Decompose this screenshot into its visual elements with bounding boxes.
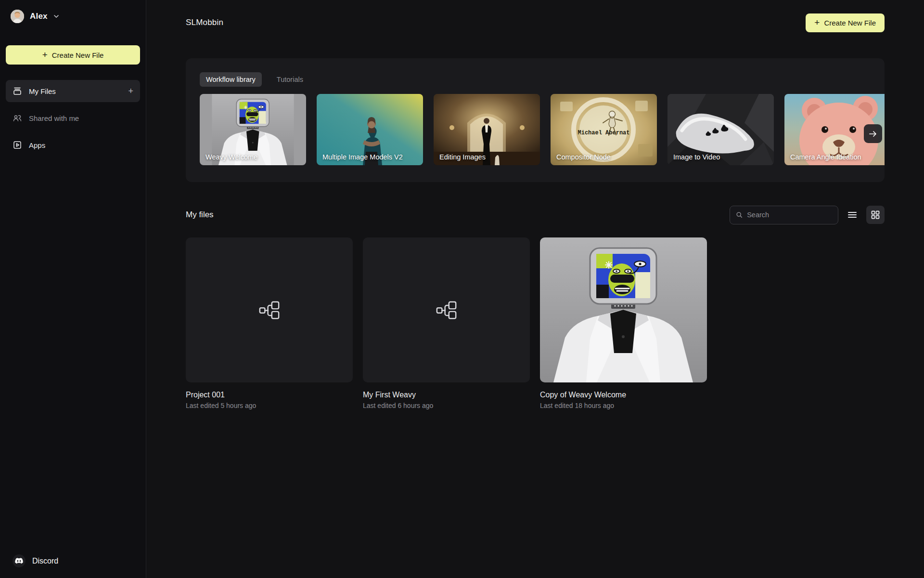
workflow-card-label: Weavy Welcome bbox=[205, 153, 257, 161]
file-grid: Project 001 Last edited 5 hours ago My F… bbox=[186, 237, 885, 409]
sidebar-item-apps[interactable]: Apps bbox=[6, 134, 140, 156]
plus-icon: + bbox=[814, 18, 820, 27]
workflow-placeholder-icon bbox=[436, 299, 458, 321]
workflow-card-label: Compositor Node bbox=[556, 153, 611, 161]
library-tabs: Workflow library Tutorials bbox=[200, 72, 885, 87]
chevron-down-icon bbox=[53, 13, 59, 19]
grid-view-button[interactable] bbox=[866, 206, 885, 224]
file-title: My First Weavy bbox=[363, 391, 530, 399]
grid-view-icon bbox=[871, 210, 880, 220]
file-card-copy-of-weavy-welcome[interactable]: Copy of Weavy Welcome Last edited 18 hou… bbox=[540, 237, 707, 409]
sidebar-item-label: Shared with me bbox=[29, 114, 79, 122]
people-icon bbox=[13, 113, 22, 123]
discord-label: Discord bbox=[32, 557, 58, 565]
sidebar-item-label: Apps bbox=[29, 141, 45, 149]
file-thumbnail bbox=[540, 237, 707, 382]
avatar bbox=[11, 10, 24, 23]
discord-icon bbox=[13, 554, 26, 567]
create-new-file-label: Create New File bbox=[52, 51, 104, 59]
discord-link[interactable]: Discord bbox=[0, 554, 146, 578]
workflow-card-weavy-welcome[interactable]: Weavy Welcome bbox=[200, 94, 306, 165]
create-new-file-button[interactable]: + Create New File bbox=[6, 45, 140, 65]
sidebar-item-label: My Files bbox=[29, 87, 56, 95]
file-edited-timestamp: Last edited 5 hours ago bbox=[186, 402, 353, 409]
files-toolbar bbox=[730, 206, 885, 224]
add-file-icon[interactable]: + bbox=[128, 87, 133, 95]
sidebar: Alex + Create New File My Files + bbox=[0, 0, 146, 578]
workflow-library-panel: Workflow library Tutorials Weavy Welcome bbox=[186, 58, 885, 182]
workflow-card-label: Camera Angle Ideation bbox=[790, 153, 861, 161]
file-thumbnail bbox=[186, 237, 353, 382]
workflow-card-label: Image to Video bbox=[673, 153, 720, 161]
file-title: Copy of Weavy Welcome bbox=[540, 391, 707, 399]
tab-tutorials[interactable]: Tutorials bbox=[270, 72, 309, 87]
sidebar-nav: My Files + Shared with me bbox=[0, 80, 146, 156]
file-thumbnail bbox=[363, 237, 530, 382]
main-content: SLMobbin + Create New File Workflow libr… bbox=[147, 0, 924, 578]
workflow-card-compositor-node[interactable]: Michael Abernat Compositor Node bbox=[551, 94, 657, 165]
apps-play-icon bbox=[13, 140, 22, 150]
file-card-my-first-weavy[interactable]: My First Weavy Last edited 6 hours ago bbox=[363, 237, 530, 409]
search-input[interactable] bbox=[747, 211, 832, 219]
topbar: SLMobbin + Create New File bbox=[186, 0, 885, 41]
workflow-card-multiple-image-models[interactable]: Multiple Image Models V2 bbox=[317, 94, 423, 165]
workflow-placeholder-icon bbox=[258, 299, 281, 321]
user-menu[interactable]: Alex bbox=[0, 0, 146, 33]
search-box[interactable] bbox=[730, 206, 838, 224]
workflow-carousel: Weavy Welcome bbox=[200, 94, 885, 165]
create-new-file-label: Create New File bbox=[824, 19, 876, 27]
list-view-icon bbox=[847, 210, 858, 220]
list-view-button[interactable] bbox=[843, 206, 861, 224]
page-title: SLMobbin bbox=[186, 18, 223, 27]
workflow-card-label: Multiple Image Models V2 bbox=[322, 153, 403, 161]
search-icon bbox=[736, 211, 743, 219]
file-edited-timestamp: Last edited 18 hours ago bbox=[540, 402, 707, 409]
user-name: Alex bbox=[30, 12, 48, 21]
files-icon bbox=[13, 86, 22, 96]
my-files-section: My files bbox=[186, 205, 885, 409]
workflow-card-editing-images[interactable]: Editing Images bbox=[434, 94, 540, 165]
arrow-right-icon bbox=[868, 129, 878, 139]
pod-caption: Michael Abernat bbox=[578, 130, 629, 136]
create-new-file-button-top[interactable]: + Create New File bbox=[806, 13, 885, 32]
my-files-heading: My files bbox=[186, 210, 214, 220]
sidebar-item-my-files[interactable]: My Files + bbox=[6, 80, 140, 102]
workflow-card-image-to-video[interactable]: Image to Video bbox=[667, 94, 774, 165]
file-edited-timestamp: Last edited 6 hours ago bbox=[363, 402, 530, 409]
tv-head-art bbox=[540, 237, 707, 382]
plus-icon: + bbox=[42, 50, 48, 59]
workflow-card-label: Editing Images bbox=[439, 153, 486, 161]
carousel-next-button[interactable] bbox=[864, 124, 882, 143]
file-card-project-001[interactable]: Project 001 Last edited 5 hours ago bbox=[186, 237, 353, 409]
tab-workflow-library[interactable]: Workflow library bbox=[200, 72, 262, 87]
file-title: Project 001 bbox=[186, 391, 353, 399]
sidebar-item-shared-with-me[interactable]: Shared with me bbox=[6, 107, 140, 129]
